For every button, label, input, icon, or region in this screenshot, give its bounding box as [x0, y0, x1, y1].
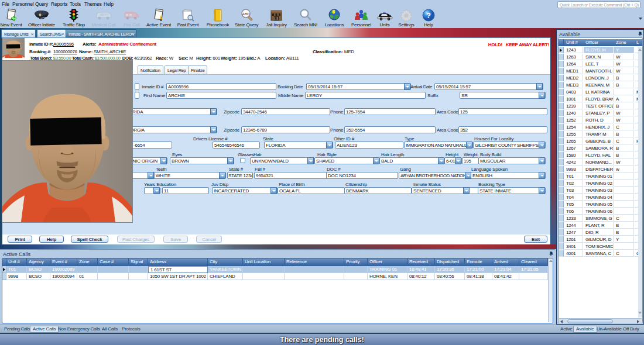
svg-text:?: ?: [426, 11, 431, 20]
svg-text:ABC: ABC: [242, 12, 250, 16]
